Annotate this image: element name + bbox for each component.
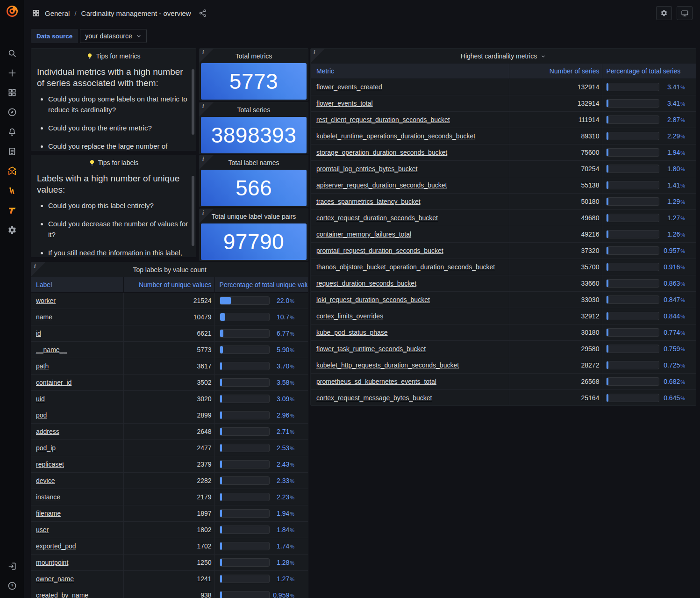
percentage-bar-fill bbox=[607, 247, 608, 254]
metric-link[interactable]: flower_task_runtime_seconds_bucket bbox=[316, 345, 426, 353]
metric-link[interactable]: apiserver_request_duration_seconds_bucke… bbox=[316, 181, 447, 189]
percentage-bar bbox=[606, 263, 659, 271]
metric-link[interactable]: traces_spanmetrics_latency_bucket bbox=[316, 198, 421, 205]
percentage-bar bbox=[606, 377, 659, 386]
metric-link[interactable]: loki_request_duration_seconds_bucket bbox=[316, 296, 430, 303]
percentage-bar-fill bbox=[220, 444, 222, 452]
breadcrumb-section[interactable]: General bbox=[45, 9, 70, 17]
label-link[interactable]: mountpoint bbox=[36, 559, 68, 566]
tempo-icon[interactable] bbox=[7, 206, 17, 215]
column-header-metric[interactable]: Metric bbox=[311, 64, 509, 79]
metric-link[interactable]: cortex_request_message_bytes_bucket bbox=[316, 394, 432, 402]
table-row: instance21792.23% bbox=[31, 489, 308, 505]
label-link[interactable]: device bbox=[36, 477, 55, 484]
alerting-bell-icon[interactable] bbox=[7, 127, 17, 137]
column-header-percentage[interactable]: Percentage of total series bbox=[602, 64, 696, 79]
page-title[interactable]: Cardinality management - overview bbox=[81, 9, 191, 17]
column-header-percentage[interactable]: Percentage of total unique values bbox=[215, 277, 308, 292]
metric-link[interactable]: container_memory_failures_total bbox=[316, 231, 411, 238]
metric-link[interactable]: cortex_request_duration_seconds_bucket bbox=[316, 214, 438, 222]
loki-icon[interactable] bbox=[7, 186, 17, 195]
explore-compass-icon[interactable] bbox=[7, 108, 17, 117]
metric-link[interactable]: request_duration_seconds_bucket bbox=[316, 280, 416, 287]
panel-title[interactable]: Total metrics bbox=[200, 49, 308, 63]
gear-icon[interactable] bbox=[7, 225, 17, 235]
metric-link[interactable]: storage_operation_duration_seconds_bucke… bbox=[316, 149, 447, 156]
panel-title[interactable]: Total series bbox=[200, 102, 308, 117]
metric-link[interactable]: flower_events_created bbox=[316, 83, 382, 91]
percentage-cell: 0.959% bbox=[215, 587, 308, 598]
column-header-label[interactable]: Label bbox=[31, 277, 124, 292]
label-link[interactable]: pod_ip bbox=[36, 444, 56, 452]
column-header-number-of-series[interactable]: Number of series bbox=[509, 64, 603, 79]
percentage-cell: 3.09% bbox=[215, 391, 308, 407]
label-link[interactable]: replicaset bbox=[36, 461, 64, 468]
name-cell: pod_ip bbox=[31, 440, 124, 456]
percentage-cell: 1.94% bbox=[215, 505, 308, 521]
label-link[interactable]: __name__ bbox=[36, 346, 67, 353]
panel-title[interactable]: Total unique label value pairs bbox=[200, 209, 308, 223]
datasource-value: your datasource bbox=[85, 32, 132, 40]
percentage-bar bbox=[220, 493, 270, 501]
kiosk-monitor-icon[interactable] bbox=[677, 6, 693, 20]
metric-link[interactable]: promtail_request_duration_seconds_bucket bbox=[316, 247, 443, 254]
metric-link[interactable]: prometheus_sd_kubernetes_events_total bbox=[316, 378, 436, 385]
panel-title[interactable]: Highest cardinality metrics bbox=[311, 49, 696, 64]
scrollbar[interactable] bbox=[192, 69, 194, 135]
sign-in-icon[interactable] bbox=[7, 562, 17, 571]
percentage-value: 1.29% bbox=[659, 198, 685, 205]
percentage-value: 22.0% bbox=[270, 297, 294, 304]
count-cell: 75600 bbox=[509, 144, 603, 160]
percentage-bar-fill bbox=[220, 346, 223, 353]
label-link[interactable]: uid bbox=[36, 395, 45, 403]
label-link[interactable]: owner_name bbox=[36, 575, 74, 583]
table-row: rest_client_request_duration_seconds_buc… bbox=[311, 112, 696, 128]
label-link[interactable]: path bbox=[36, 362, 49, 370]
panel-title[interactable]: Total label names bbox=[200, 155, 308, 170]
label-link[interactable]: id bbox=[36, 330, 41, 337]
metric-link[interactable]: thanos_objstore_bucket_operation_duratio… bbox=[316, 263, 495, 271]
panel-title[interactable]: Top labels by value count bbox=[31, 262, 308, 277]
mimir-icon[interactable] bbox=[7, 166, 17, 176]
percentage-bar bbox=[220, 378, 270, 387]
percentage-value: 1.80% bbox=[659, 165, 685, 173]
percentage-value: 0.645% bbox=[659, 394, 685, 402]
document-icon[interactable] bbox=[7, 147, 17, 156]
metric-link[interactable]: cortex_limits_overrides bbox=[316, 312, 383, 320]
datasource-picker[interactable]: your datasource bbox=[80, 29, 146, 43]
label-link[interactable]: created_by_name bbox=[36, 591, 88, 598]
metric-link[interactable]: kubelet_runtime_operations_duration_seco… bbox=[316, 132, 475, 140]
metric-link[interactable]: promtail_log_entries_bytes_bucket bbox=[316, 165, 417, 173]
percentage-cell: 2.53% bbox=[215, 440, 308, 456]
label-link[interactable]: address bbox=[36, 428, 59, 435]
panel-tips-for-labels: Tips for labels Labels with a high numbe… bbox=[31, 155, 196, 257]
grafana-logo[interactable] bbox=[6, 5, 19, 18]
scrollbar[interactable] bbox=[192, 176, 194, 246]
label-link[interactable]: user bbox=[36, 526, 49, 533]
help-icon[interactable]: ? bbox=[7, 581, 17, 591]
panel-title[interactable]: Tips for metrics bbox=[31, 49, 196, 64]
metric-link[interactable]: kube_pod_status_phase bbox=[316, 329, 388, 336]
tips-intro: Individual metrics with a high number of… bbox=[37, 66, 189, 89]
dashboard-settings-button[interactable] bbox=[656, 6, 672, 20]
label-link[interactable]: name bbox=[36, 313, 52, 321]
label-link[interactable]: exported_pod bbox=[36, 542, 76, 550]
metric-link[interactable]: flower_events_total bbox=[316, 100, 373, 107]
panel-title[interactable]: Tips for labels bbox=[31, 155, 196, 170]
percentage-value: 2.33% bbox=[270, 477, 294, 484]
label-link[interactable]: container_id bbox=[36, 379, 71, 386]
label-link[interactable]: filename bbox=[36, 510, 61, 517]
search-icon[interactable] bbox=[7, 49, 17, 58]
percentage-value: 1.94% bbox=[270, 510, 294, 517]
label-link[interactable]: pod bbox=[36, 411, 47, 419]
label-link[interactable]: instance bbox=[36, 493, 60, 501]
share-icon[interactable] bbox=[199, 9, 207, 17]
table-row: thanos_objstore_bucket_operation_duratio… bbox=[311, 259, 696, 275]
dashboards-icon[interactable] bbox=[7, 88, 17, 97]
column-header-unique-values[interactable]: Number of unique values bbox=[124, 277, 214, 292]
label-link[interactable]: worker bbox=[36, 297, 56, 304]
percentage-bar bbox=[220, 427, 270, 436]
metric-link[interactable]: kubelet_http_requests_duration_seconds_b… bbox=[316, 361, 459, 369]
plus-icon[interactable] bbox=[7, 68, 17, 78]
metric-link[interactable]: rest_client_request_duration_seconds_buc… bbox=[316, 116, 450, 123]
